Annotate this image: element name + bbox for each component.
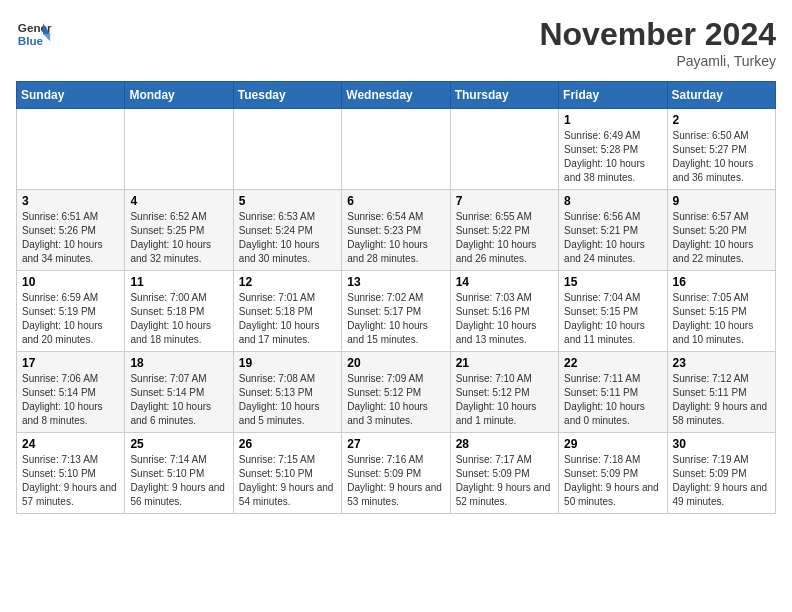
day-detail: Sunrise: 7:07 AMSunset: 5:14 PMDaylight:… bbox=[130, 372, 227, 428]
day-cell: 17 Sunrise: 7:06 AMSunset: 5:14 PMDaylig… bbox=[17, 352, 125, 433]
day-detail: Sunrise: 7:01 AMSunset: 5:18 PMDaylight:… bbox=[239, 291, 336, 347]
day-number: 3 bbox=[22, 194, 119, 208]
day-detail: Sunrise: 6:52 AMSunset: 5:25 PMDaylight:… bbox=[130, 210, 227, 266]
day-cell: 18 Sunrise: 7:07 AMSunset: 5:14 PMDaylig… bbox=[125, 352, 233, 433]
week-row-4: 17 Sunrise: 7:06 AMSunset: 5:14 PMDaylig… bbox=[17, 352, 776, 433]
day-number: 20 bbox=[347, 356, 444, 370]
day-number: 5 bbox=[239, 194, 336, 208]
weekday-header-tuesday: Tuesday bbox=[233, 82, 341, 109]
weekday-header-saturday: Saturday bbox=[667, 82, 775, 109]
day-detail: Sunrise: 7:15 AMSunset: 5:10 PMDaylight:… bbox=[239, 453, 336, 509]
day-detail: Sunrise: 6:56 AMSunset: 5:21 PMDaylight:… bbox=[564, 210, 661, 266]
day-cell: 16 Sunrise: 7:05 AMSunset: 5:15 PMDaylig… bbox=[667, 271, 775, 352]
day-number: 9 bbox=[673, 194, 770, 208]
weekday-header-wednesday: Wednesday bbox=[342, 82, 450, 109]
day-number: 19 bbox=[239, 356, 336, 370]
weekday-header-sunday: Sunday bbox=[17, 82, 125, 109]
day-detail: Sunrise: 6:53 AMSunset: 5:24 PMDaylight:… bbox=[239, 210, 336, 266]
day-number: 29 bbox=[564, 437, 661, 451]
day-cell: 25 Sunrise: 7:14 AMSunset: 5:10 PMDaylig… bbox=[125, 433, 233, 514]
day-number: 4 bbox=[130, 194, 227, 208]
day-cell: 11 Sunrise: 7:00 AMSunset: 5:18 PMDaylig… bbox=[125, 271, 233, 352]
day-number: 26 bbox=[239, 437, 336, 451]
day-detail: Sunrise: 7:14 AMSunset: 5:10 PMDaylight:… bbox=[130, 453, 227, 509]
day-number: 14 bbox=[456, 275, 553, 289]
location: Payamli, Turkey bbox=[539, 53, 776, 69]
day-number: 6 bbox=[347, 194, 444, 208]
day-cell: 5 Sunrise: 6:53 AMSunset: 5:24 PMDayligh… bbox=[233, 190, 341, 271]
day-detail: Sunrise: 7:10 AMSunset: 5:12 PMDaylight:… bbox=[456, 372, 553, 428]
day-detail: Sunrise: 7:05 AMSunset: 5:15 PMDaylight:… bbox=[673, 291, 770, 347]
day-cell bbox=[17, 109, 125, 190]
weekday-header-friday: Friday bbox=[559, 82, 667, 109]
day-cell: 28 Sunrise: 7:17 AMSunset: 5:09 PMDaylig… bbox=[450, 433, 558, 514]
day-number: 24 bbox=[22, 437, 119, 451]
day-cell: 12 Sunrise: 7:01 AMSunset: 5:18 PMDaylig… bbox=[233, 271, 341, 352]
day-detail: Sunrise: 7:11 AMSunset: 5:11 PMDaylight:… bbox=[564, 372, 661, 428]
day-number: 15 bbox=[564, 275, 661, 289]
day-cell: 8 Sunrise: 6:56 AMSunset: 5:21 PMDayligh… bbox=[559, 190, 667, 271]
day-detail: Sunrise: 6:50 AMSunset: 5:27 PMDaylight:… bbox=[673, 129, 770, 185]
day-detail: Sunrise: 7:18 AMSunset: 5:09 PMDaylight:… bbox=[564, 453, 661, 509]
day-detail: Sunrise: 6:55 AMSunset: 5:22 PMDaylight:… bbox=[456, 210, 553, 266]
day-cell: 30 Sunrise: 7:19 AMSunset: 5:09 PMDaylig… bbox=[667, 433, 775, 514]
day-detail: Sunrise: 7:17 AMSunset: 5:09 PMDaylight:… bbox=[456, 453, 553, 509]
day-number: 25 bbox=[130, 437, 227, 451]
day-number: 23 bbox=[673, 356, 770, 370]
svg-text:Blue: Blue bbox=[18, 34, 44, 47]
day-cell bbox=[125, 109, 233, 190]
day-cell: 14 Sunrise: 7:03 AMSunset: 5:16 PMDaylig… bbox=[450, 271, 558, 352]
day-cell: 24 Sunrise: 7:13 AMSunset: 5:10 PMDaylig… bbox=[17, 433, 125, 514]
day-number: 28 bbox=[456, 437, 553, 451]
day-cell: 15 Sunrise: 7:04 AMSunset: 5:15 PMDaylig… bbox=[559, 271, 667, 352]
day-number: 18 bbox=[130, 356, 227, 370]
day-number: 1 bbox=[564, 113, 661, 127]
day-detail: Sunrise: 7:19 AMSunset: 5:09 PMDaylight:… bbox=[673, 453, 770, 509]
weekday-header-monday: Monday bbox=[125, 82, 233, 109]
day-number: 27 bbox=[347, 437, 444, 451]
day-number: 17 bbox=[22, 356, 119, 370]
weekday-header-thursday: Thursday bbox=[450, 82, 558, 109]
day-cell: 3 Sunrise: 6:51 AMSunset: 5:26 PMDayligh… bbox=[17, 190, 125, 271]
day-cell: 10 Sunrise: 6:59 AMSunset: 5:19 PMDaylig… bbox=[17, 271, 125, 352]
day-detail: Sunrise: 7:08 AMSunset: 5:13 PMDaylight:… bbox=[239, 372, 336, 428]
page-header: General Blue November 2024 Payamli, Turk… bbox=[16, 16, 776, 69]
day-detail: Sunrise: 7:13 AMSunset: 5:10 PMDaylight:… bbox=[22, 453, 119, 509]
day-detail: Sunrise: 6:57 AMSunset: 5:20 PMDaylight:… bbox=[673, 210, 770, 266]
day-cell: 21 Sunrise: 7:10 AMSunset: 5:12 PMDaylig… bbox=[450, 352, 558, 433]
day-cell: 23 Sunrise: 7:12 AMSunset: 5:11 PMDaylig… bbox=[667, 352, 775, 433]
week-row-5: 24 Sunrise: 7:13 AMSunset: 5:10 PMDaylig… bbox=[17, 433, 776, 514]
day-detail: Sunrise: 7:03 AMSunset: 5:16 PMDaylight:… bbox=[456, 291, 553, 347]
day-number: 22 bbox=[564, 356, 661, 370]
week-row-1: 1 Sunrise: 6:49 AMSunset: 5:28 PMDayligh… bbox=[17, 109, 776, 190]
calendar-table: SundayMondayTuesdayWednesdayThursdayFrid… bbox=[16, 81, 776, 514]
day-cell bbox=[450, 109, 558, 190]
day-number: 11 bbox=[130, 275, 227, 289]
day-detail: Sunrise: 7:02 AMSunset: 5:17 PMDaylight:… bbox=[347, 291, 444, 347]
day-detail: Sunrise: 7:12 AMSunset: 5:11 PMDaylight:… bbox=[673, 372, 770, 428]
day-detail: Sunrise: 7:04 AMSunset: 5:15 PMDaylight:… bbox=[564, 291, 661, 347]
day-detail: Sunrise: 6:49 AMSunset: 5:28 PMDaylight:… bbox=[564, 129, 661, 185]
day-detail: Sunrise: 7:00 AMSunset: 5:18 PMDaylight:… bbox=[130, 291, 227, 347]
day-number: 7 bbox=[456, 194, 553, 208]
day-cell: 26 Sunrise: 7:15 AMSunset: 5:10 PMDaylig… bbox=[233, 433, 341, 514]
day-detail: Sunrise: 7:16 AMSunset: 5:09 PMDaylight:… bbox=[347, 453, 444, 509]
logo-icon: General Blue bbox=[16, 16, 52, 52]
day-number: 16 bbox=[673, 275, 770, 289]
day-cell: 27 Sunrise: 7:16 AMSunset: 5:09 PMDaylig… bbox=[342, 433, 450, 514]
day-cell bbox=[342, 109, 450, 190]
day-detail: Sunrise: 6:59 AMSunset: 5:19 PMDaylight:… bbox=[22, 291, 119, 347]
day-number: 13 bbox=[347, 275, 444, 289]
day-number: 21 bbox=[456, 356, 553, 370]
header-row: SundayMondayTuesdayWednesdayThursdayFrid… bbox=[17, 82, 776, 109]
day-cell bbox=[233, 109, 341, 190]
day-cell: 9 Sunrise: 6:57 AMSunset: 5:20 PMDayligh… bbox=[667, 190, 775, 271]
day-cell: 29 Sunrise: 7:18 AMSunset: 5:09 PMDaylig… bbox=[559, 433, 667, 514]
day-cell: 13 Sunrise: 7:02 AMSunset: 5:17 PMDaylig… bbox=[342, 271, 450, 352]
day-cell: 4 Sunrise: 6:52 AMSunset: 5:25 PMDayligh… bbox=[125, 190, 233, 271]
month-title: November 2024 bbox=[539, 16, 776, 53]
day-cell: 7 Sunrise: 6:55 AMSunset: 5:22 PMDayligh… bbox=[450, 190, 558, 271]
day-cell: 22 Sunrise: 7:11 AMSunset: 5:11 PMDaylig… bbox=[559, 352, 667, 433]
day-cell: 2 Sunrise: 6:50 AMSunset: 5:27 PMDayligh… bbox=[667, 109, 775, 190]
day-cell: 1 Sunrise: 6:49 AMSunset: 5:28 PMDayligh… bbox=[559, 109, 667, 190]
